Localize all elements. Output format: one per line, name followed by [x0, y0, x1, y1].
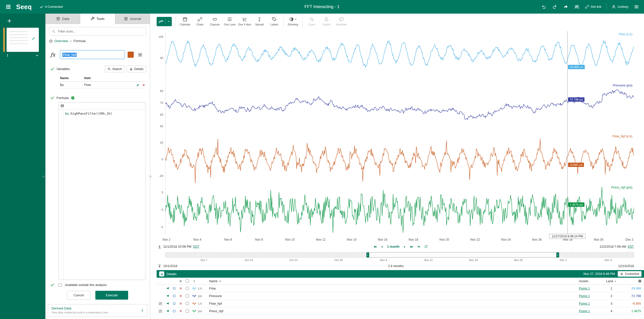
asset-tree-button[interactable] — [137, 51, 143, 58]
x-axis[interactable]: 11/27/2018 6:46:14 PM Nov 2Nov 4Nov 6Nov… — [165, 236, 634, 242]
hamburger-menu-button[interactable] — [633, 4, 639, 10]
refresh-icon[interactable] — [424, 245, 428, 248]
item-info-icon[interactable] — [171, 302, 177, 305]
breadcrumb-overview[interactable]: Overview — [54, 39, 68, 43]
send-to-trend-icon[interactable] — [164, 309, 171, 313]
undo-button[interactable] — [541, 4, 547, 10]
filter-tools-search[interactable] — [49, 27, 146, 36]
duration-label[interactable]: 1 month — [387, 245, 400, 248]
share-button[interactable] — [563, 4, 569, 10]
overview-selection[interactable] — [368, 252, 558, 258]
collapse-worksheets-handle[interactable] — [42, 172, 45, 180]
collapse-panel-handle[interactable] — [149, 172, 152, 180]
step-forward-much-icon[interactable] — [410, 245, 413, 249]
toolbar-one-lane[interactable]: One Lane — [222, 15, 237, 28]
toolbar-dimming[interactable]: Dimming — [286, 15, 300, 28]
toolbar-annotate[interactable]: Annotate — [334, 15, 349, 28]
cancel-button[interactable]: Cancel — [67, 291, 90, 300]
tab-tools[interactable]: Tools — [80, 14, 115, 24]
investigate-duration[interactable]: 2.4 months — [388, 264, 404, 268]
item-info-icon[interactable] — [171, 287, 177, 290]
connection-status[interactable]: 4 Connected — [40, 5, 63, 9]
selection-end-handle[interactable] — [556, 252, 559, 258]
step-back-much-icon[interactable] — [373, 245, 377, 249]
toolbar-chain[interactable]: Chain — [192, 15, 207, 28]
end-timezone-link[interactable]: EST — [628, 245, 634, 248]
worksheet-thumbnail[interactable] — [7, 28, 39, 52]
item-info-icon[interactable] — [171, 294, 177, 298]
selection-start-handle[interactable] — [366, 252, 369, 258]
toolbar-labels[interactable]: Labels — [267, 15, 282, 28]
start-timezone-link[interactable]: EDT — [193, 245, 200, 248]
remove-item-icon[interactable] — [177, 294, 184, 298]
step-back-icon[interactable] — [380, 245, 384, 248]
sort-updown-icon[interactable] — [219, 280, 222, 283]
item-checkbox[interactable] — [186, 287, 189, 290]
toolbar-one-y-axis[interactable]: One Y-Axis — [237, 15, 252, 28]
remove-item-icon[interactable] — [177, 302, 184, 305]
edit-tool-icon[interactable] — [159, 309, 162, 313]
document-title[interactable]: FFT Interacting - 1 — [304, 4, 340, 9]
trend-chart[interactable]: 10050Flow (L/s)29.068 L/s80706050Pressur… — [157, 31, 644, 242]
range-end-date[interactable]: 12/2/2018 7:06 AM — [600, 245, 626, 248]
arrow-up-icon[interactable] — [158, 264, 161, 268]
help-icon[interactable]: ? — [71, 96, 75, 100]
sort-icon[interactable] — [190, 280, 198, 283]
step-to-end-icon[interactable] — [417, 245, 421, 248]
investigate-start-date[interactable]: 10/1/2018 — [163, 264, 177, 268]
user-menu[interactable]: Lindsey — [612, 5, 628, 9]
name-column-header[interactable]: Name — [209, 279, 217, 283]
asset-link[interactable]: Pump 1 — [579, 309, 590, 313]
add-worksheet-button[interactable] — [6, 18, 13, 24]
asset-link[interactable]: Pump 1 — [579, 294, 590, 298]
toolbar-export[interactable]: Export — [319, 15, 334, 28]
execute-button[interactable]: Execute — [95, 291, 128, 300]
search-input[interactable] — [58, 29, 144, 34]
send-to-trend-icon[interactable] — [164, 294, 171, 298]
customize-button[interactable]: Customize — [618, 271, 641, 277]
variables-details-button[interactable]: Details — [127, 66, 146, 72]
step-forward-icon[interactable] — [403, 245, 406, 248]
table-options-icon[interactable] — [619, 279, 644, 283]
item-checkbox[interactable] — [186, 294, 189, 298]
remove-item-icon[interactable] — [177, 309, 184, 313]
remove-item-icon[interactable] — [177, 287, 184, 290]
edit-tool-icon[interactable] — [159, 302, 162, 305]
formula-code-area[interactable]: $a.highPassFilter(30h,1h) — [59, 109, 146, 280]
assets-column-header[interactable]: Assets — [579, 279, 604, 283]
home-icon[interactable] — [49, 39, 53, 43]
get-link-button[interactable]: Get link — [585, 5, 601, 9]
toolbar-zoom[interactable]: Zoom — [304, 15, 319, 28]
item-checkbox[interactable] — [186, 302, 189, 305]
send-to-trend-icon[interactable] — [164, 287, 171, 290]
item-info-icon[interactable] — [171, 309, 177, 313]
range-start-date[interactable]: 11/1/2018 10:06 PM — [163, 245, 191, 248]
asset-link[interactable]: Pump 1 — [579, 287, 590, 290]
collaborators-button[interactable] — [574, 4, 580, 10]
view-mode-button[interactable] — [157, 17, 172, 26]
formula-editor[interactable]: $a.highPassFilter(30h,1h) — [59, 102, 146, 280]
variables-search-button[interactable]: Search — [105, 66, 125, 72]
chevron-down-icon[interactable] — [35, 54, 39, 57]
asset-link[interactable]: Pump 1 — [579, 302, 590, 305]
send-to-trend-icon[interactable] — [164, 302, 171, 305]
lane-column-header[interactable]: Lane — [606, 279, 613, 283]
color-swatch-button[interactable] — [128, 52, 134, 58]
insert-table-icon[interactable] — [61, 104, 64, 108]
caret-down-icon[interactable] — [167, 20, 170, 23]
tab-data[interactable]: Data — [45, 14, 80, 24]
available-outside-checkbox[interactable] — [59, 283, 62, 287]
toolbar-spread[interactable]: Spread — [252, 15, 267, 28]
derived-data-panel[interactable]: Derived Data View data created by tools … — [48, 304, 147, 316]
item-name-input[interactable]: Flow_hpf — [60, 50, 125, 59]
edit-variable-icon[interactable] — [136, 83, 139, 87]
item-checkbox[interactable] — [186, 309, 189, 313]
remove-variable-icon[interactable] — [142, 83, 145, 87]
arrow-down-icon[interactable] — [158, 245, 161, 249]
select-all-checkbox[interactable] — [186, 279, 189, 283]
toolbar-calendar[interactable]: Calendar — [178, 15, 192, 28]
investigate-end-date[interactable]: 12/13/2018 — [618, 264, 634, 268]
toolbar-capsule[interactable]: Capsule — [207, 15, 222, 28]
overview-timeline[interactable] — [165, 252, 634, 258]
apps-grid-button[interactable] — [5, 3, 12, 11]
